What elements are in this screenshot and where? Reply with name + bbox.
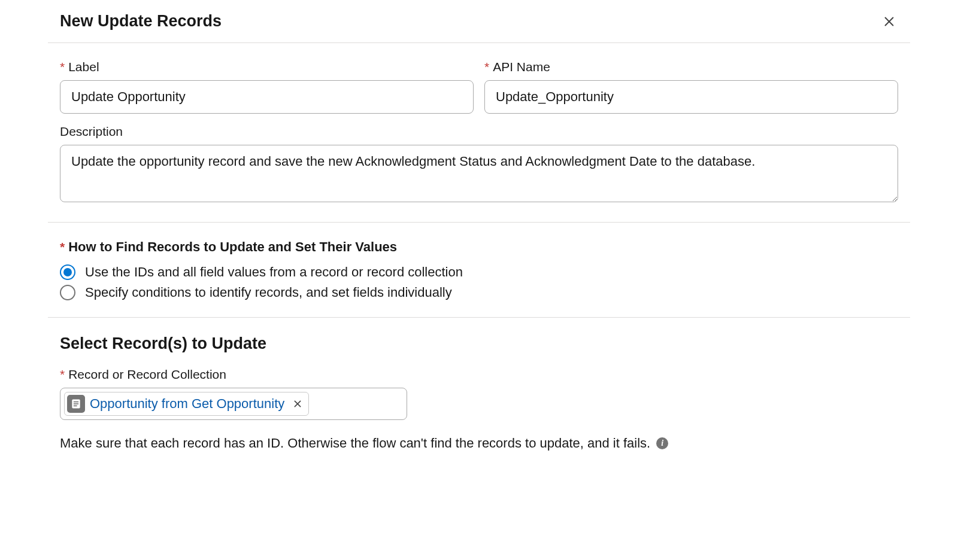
- label-field-label: Label: [60, 60, 474, 74]
- radio-option-specify-conditions[interactable]: Specify conditions to identify records, …: [60, 285, 898, 300]
- update-records-modal: New Update Records Label API Name Descri…: [48, 0, 910, 468]
- record-pill-text[interactable]: Opportunity from Get Opportunity: [90, 396, 284, 412]
- radio-option-use-ids[interactable]: Use the IDs and all field values from a …: [60, 264, 898, 280]
- how-to-find-radio-group: Use the IDs and all field values from a …: [60, 264, 898, 300]
- close-button[interactable]: [880, 13, 898, 31]
- hint-text: Make sure that each record has an ID. Ot…: [60, 436, 650, 451]
- record-icon: [67, 395, 85, 413]
- modal-header: New Update Records: [48, 0, 910, 43]
- svg-rect-5: [74, 406, 77, 407]
- label-input[interactable]: [60, 80, 474, 114]
- radio-icon: [60, 285, 75, 300]
- select-records-title: Select Record(s) to Update: [60, 334, 898, 353]
- svg-rect-3: [74, 401, 78, 403]
- modal-title: New Update Records: [60, 12, 222, 31]
- record-id-hint: Make sure that each record has an ID. Ot…: [60, 436, 898, 451]
- record-pill: Opportunity from Get Opportunity: [64, 392, 309, 416]
- radio-label: Specify conditions to identify records, …: [85, 285, 452, 300]
- description-field-label: Description: [60, 124, 898, 139]
- record-lookup-input[interactable]: Opportunity from Get Opportunity: [60, 388, 407, 420]
- radio-icon: [60, 264, 75, 280]
- select-records-section: Select Record(s) to Update Record or Rec…: [48, 318, 910, 468]
- svg-rect-4: [74, 403, 78, 404]
- pill-remove-button[interactable]: [292, 398, 304, 410]
- how-to-find-heading: How to Find Records to Update and Set Th…: [60, 239, 898, 255]
- how-to-find-section: How to Find Records to Update and Set Th…: [48, 223, 910, 318]
- api-name-field-label: API Name: [484, 60, 898, 74]
- info-icon[interactable]: i: [656, 437, 668, 449]
- record-lookup-label: Record or Record Collection: [60, 367, 898, 382]
- description-textarea[interactable]: [60, 145, 898, 202]
- basic-fields-section: Label API Name Description: [48, 43, 910, 223]
- api-name-input[interactable]: [484, 80, 898, 114]
- radio-label: Use the IDs and all field values from a …: [85, 264, 463, 280]
- close-icon: [883, 15, 896, 28]
- close-icon: [293, 399, 302, 409]
